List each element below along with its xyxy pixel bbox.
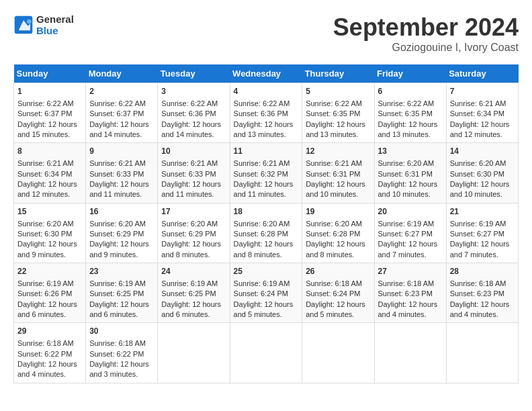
sunrise-label: Sunrise: 6:22 AM: [378, 99, 435, 107]
sunset-label: Sunset: 6:27 PM: [378, 230, 433, 238]
sunrise-label: Sunrise: 6:20 AM: [234, 220, 290, 228]
daylight-label: Daylight: 12 hours and 10 minutes.: [450, 180, 510, 198]
calendar-cell: 29Sunrise: 6:18 AMSunset: 6:22 PMDayligh…: [14, 323, 86, 383]
col-header-friday: Friday: [374, 64, 446, 83]
day-number: 10: [161, 146, 226, 157]
day-number: 29: [17, 326, 82, 337]
col-header-tuesday: Tuesday: [158, 64, 230, 83]
daylight-label: Daylight: 12 hours and 12 minutes.: [450, 120, 510, 138]
col-header-monday: Monday: [86, 64, 158, 83]
sunset-label: Sunset: 6:26 PM: [17, 289, 72, 298]
sunset-label: Sunset: 6:22 PM: [17, 350, 72, 358]
calendar-cell: 7Sunrise: 6:21 AMSunset: 6:34 PMDaylight…: [446, 83, 518, 143]
sunset-label: Sunset: 6:34 PM: [450, 109, 504, 118]
sunrise-label: Sunrise: 6:20 AM: [306, 220, 362, 228]
col-header-sunday: Sunday: [14, 64, 86, 83]
sunrise-label: Sunrise: 6:19 AM: [17, 279, 74, 287]
sunrise-label: Sunrise: 6:21 AM: [161, 159, 218, 167]
sunset-label: Sunset: 6:27 PM: [450, 230, 504, 238]
daylight-label: Daylight: 12 hours and 10 minutes.: [378, 180, 438, 198]
daylight-label: Daylight: 12 hours and 12 minutes.: [17, 180, 77, 198]
calendar-cell: [158, 323, 230, 383]
sunrise-label: Sunrise: 6:18 AM: [450, 279, 506, 287]
title-block: September 2024 Goziogouine I, Ivory Coas…: [333, 13, 519, 54]
sunset-label: Sunset: 6:35 PM: [306, 109, 360, 118]
calendar-cell: 15Sunrise: 6:20 AMSunset: 6:30 PMDayligh…: [14, 203, 86, 263]
sunset-label: Sunset: 6:36 PM: [234, 109, 288, 118]
sunset-label: Sunset: 6:34 PM: [17, 170, 72, 178]
sunset-label: Sunset: 6:28 PM: [234, 230, 288, 238]
calendar-cell: 28Sunrise: 6:18 AMSunset: 6:23 PMDayligh…: [446, 263, 518, 323]
calendar-cell: 23Sunrise: 6:19 AMSunset: 6:25 PMDayligh…: [86, 263, 158, 323]
calendar-cell: 26Sunrise: 6:18 AMSunset: 6:24 PMDayligh…: [302, 263, 374, 323]
daylight-label: Daylight: 12 hours and 6 minutes.: [17, 300, 77, 318]
day-number: 17: [161, 206, 226, 218]
sunrise-label: Sunrise: 6:18 AM: [378, 279, 435, 287]
sunrise-label: Sunrise: 6:21 AM: [306, 159, 362, 167]
daylight-label: Daylight: 12 hours and 10 minutes.: [306, 180, 365, 198]
sunset-label: Sunset: 6:29 PM: [161, 230, 216, 238]
sunset-label: Sunset: 6:29 PM: [89, 230, 144, 238]
calendar-week-3: 15Sunrise: 6:20 AMSunset: 6:30 PMDayligh…: [14, 203, 519, 263]
day-number: 7: [450, 86, 515, 97]
day-number: 13: [378, 146, 443, 157]
calendar-cell: 12Sunrise: 6:21 AMSunset: 6:31 PMDayligh…: [302, 143, 374, 203]
calendar-cell: 11Sunrise: 6:21 AMSunset: 6:32 PMDayligh…: [230, 143, 302, 203]
sunrise-label: Sunrise: 6:20 AM: [378, 159, 435, 167]
day-number: 1: [17, 86, 82, 97]
sunrise-label: Sunrise: 6:19 AM: [450, 220, 506, 228]
day-number: 20: [378, 206, 443, 218]
day-number: 3: [161, 86, 226, 97]
sunrise-label: Sunrise: 6:20 AM: [17, 220, 74, 228]
sunset-label: Sunset: 6:25 PM: [89, 289, 144, 298]
calendar-week-1: 1Sunrise: 6:22 AMSunset: 6:37 PMDaylight…: [14, 83, 519, 143]
daylight-label: Daylight: 12 hours and 11 minutes.: [161, 180, 221, 198]
daylight-label: Daylight: 12 hours and 15 minutes.: [17, 120, 77, 138]
daylight-label: Daylight: 12 hours and 13 minutes.: [234, 120, 294, 138]
daylight-label: Daylight: 12 hours and 6 minutes.: [89, 300, 149, 318]
calendar-week-5: 29Sunrise: 6:18 AMSunset: 6:22 PMDayligh…: [14, 323, 519, 383]
daylight-label: Daylight: 12 hours and 7 minutes.: [450, 240, 510, 258]
sunset-label: Sunset: 6:22 PM: [89, 350, 144, 358]
sunrise-label: Sunrise: 6:22 AM: [161, 99, 218, 107]
sunrise-label: Sunrise: 6:21 AM: [17, 159, 74, 167]
calendar-cell: [446, 323, 518, 383]
calendar-week-4: 22Sunrise: 6:19 AMSunset: 6:26 PMDayligh…: [14, 263, 519, 323]
calendar-cell: 5Sunrise: 6:22 AMSunset: 6:35 PMDaylight…: [302, 83, 374, 143]
logo: General Blue: [13, 13, 74, 36]
sunset-label: Sunset: 6:36 PM: [161, 109, 216, 118]
logo-line1: General: [36, 13, 74, 25]
logo-text: General Blue: [36, 13, 74, 36]
daylight-label: Daylight: 12 hours and 5 minutes.: [306, 300, 365, 318]
calendar-cell: 30Sunrise: 6:18 AMSunset: 6:22 PMDayligh…: [86, 323, 158, 383]
daylight-label: Daylight: 12 hours and 8 minutes.: [306, 240, 365, 258]
calendar-cell: 6Sunrise: 6:22 AMSunset: 6:35 PMDaylight…: [374, 83, 446, 143]
sunset-label: Sunset: 6:23 PM: [378, 289, 433, 298]
sunset-label: Sunset: 6:25 PM: [161, 289, 216, 298]
col-header-thursday: Thursday: [302, 64, 374, 83]
day-number: 24: [161, 266, 226, 277]
sunset-label: Sunset: 6:24 PM: [306, 289, 360, 298]
calendar-cell: 19Sunrise: 6:20 AMSunset: 6:28 PMDayligh…: [302, 203, 374, 263]
sunrise-label: Sunrise: 6:21 AM: [89, 159, 146, 167]
daylight-label: Daylight: 12 hours and 8 minutes.: [234, 240, 294, 258]
calendar-cell: 25Sunrise: 6:19 AMSunset: 6:24 PMDayligh…: [230, 263, 302, 323]
sunset-label: Sunset: 6:30 PM: [450, 170, 504, 178]
calendar-cell: [230, 323, 302, 383]
calendar-cell: 20Sunrise: 6:19 AMSunset: 6:27 PMDayligh…: [374, 203, 446, 263]
sunset-label: Sunset: 6:30 PM: [17, 230, 72, 238]
day-number: 30: [89, 326, 154, 337]
day-number: 2: [89, 86, 154, 97]
day-number: 26: [306, 266, 370, 277]
day-number: 8: [17, 146, 82, 157]
calendar-cell: 9Sunrise: 6:21 AMSunset: 6:33 PMDaylight…: [86, 143, 158, 203]
sunrise-label: Sunrise: 6:21 AM: [450, 99, 506, 107]
calendar-cell: 10Sunrise: 6:21 AMSunset: 6:33 PMDayligh…: [158, 143, 230, 203]
sunrise-label: Sunrise: 6:20 AM: [89, 220, 146, 228]
calendar-cell: 21Sunrise: 6:19 AMSunset: 6:27 PMDayligh…: [446, 203, 518, 263]
sunrise-label: Sunrise: 6:21 AM: [234, 159, 290, 167]
day-number: 25: [234, 266, 299, 277]
daylight-label: Daylight: 12 hours and 14 minutes.: [161, 120, 221, 138]
daylight-label: Daylight: 12 hours and 11 minutes.: [234, 180, 294, 198]
logo-icon: [13, 15, 34, 35]
